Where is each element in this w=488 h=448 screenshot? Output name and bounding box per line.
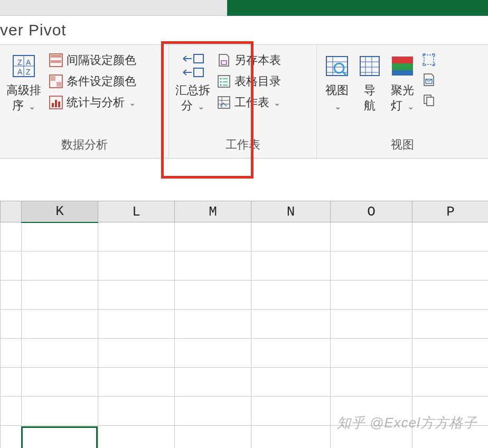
toc-label: 表格目录 — [234, 73, 281, 89]
interval-color-button[interactable]: 间隔设定颜色 — [49, 52, 136, 68]
view-button[interactable]: 视图⌄ — [321, 50, 353, 113]
interval-color-label: 间隔设定颜色 — [67, 52, 136, 68]
spotlight-label: 聚光 灯 ⌄ — [391, 83, 414, 113]
tab-power-pivot[interactable]: ver Pivot — [0, 21, 67, 39]
spotlight-button[interactable]: 聚光 灯 ⌄ — [387, 50, 418, 113]
mail-icon — [421, 72, 436, 87]
sort-icon: Z A A Z — [10, 50, 37, 82]
svg-rect-9 — [51, 60, 61, 63]
svg-text:Z: Z — [17, 58, 22, 67]
svg-text:Z: Z — [26, 68, 31, 76]
chevron-down-icon: ⌄ — [274, 98, 280, 108]
chevron-down-icon: ⌄ — [407, 102, 414, 111]
group-data-analysis: Z A A Z 高级排 序 ⌄ 间隔设定颜色 — [0, 45, 169, 158]
extra-button-2[interactable] — [421, 72, 436, 87]
svg-text:A: A — [26, 58, 31, 67]
svg-rect-16 — [58, 101, 60, 107]
ribbon-tabs: ver Pivot — [0, 16, 488, 45]
col-header-P[interactable]: P — [412, 201, 489, 222]
summary-split-label: 汇总拆 分 ⌄ — [175, 83, 210, 113]
svg-rect-8 — [51, 55, 61, 58]
svg-rect-38 — [360, 57, 379, 76]
save-as-sheet-button[interactable]: 另存本表 — [217, 52, 281, 68]
view-icon — [323, 50, 351, 82]
view-label: 视图⌄ — [325, 83, 349, 113]
col-header-O[interactable]: O — [331, 201, 412, 222]
toc-icon — [217, 74, 231, 89]
nav-icon — [357, 50, 382, 82]
grid-body[interactable] — [1, 222, 489, 449]
worksheet-button[interactable]: 工作表 ⌄ — [217, 95, 281, 110]
group-worksheet: 汇总拆 分 ⌄ 另存本表 表格目录 — [169, 45, 317, 158]
svg-text:A: A — [17, 68, 23, 76]
col-header-K[interactable]: K — [22, 201, 98, 222]
svg-rect-47 — [424, 55, 434, 64]
save-icon — [217, 53, 231, 68]
chevron-down-icon: ⌄ — [129, 98, 136, 108]
group-worksheet-label: 工作表 — [169, 137, 316, 158]
stats-icon — [49, 95, 63, 110]
nav-button[interactable]: 导 航 — [355, 50, 384, 113]
condition-color-icon — [49, 74, 63, 89]
extra-button-1[interactable] — [421, 52, 436, 67]
col-header-N[interactable]: N — [251, 201, 331, 222]
chevron-down-icon: ⌄ — [198, 102, 204, 111]
svg-rect-27 — [218, 97, 230, 108]
worksheet-label: 工作表 — [234, 95, 269, 110]
svg-rect-11 — [51, 76, 55, 81]
group-view: 视图⌄ 导 航 — [317, 45, 488, 158]
nav-label: 导 航 — [364, 83, 376, 113]
titlebar-right — [227, 0, 488, 16]
svg-rect-19 — [221, 61, 227, 64]
expand-icon — [421, 52, 436, 67]
condition-color-button[interactable]: 条件设定颜色 — [49, 73, 136, 89]
extra-button-3[interactable] — [421, 92, 436, 107]
group-data-analysis-label: 数据分析 — [0, 137, 168, 158]
col-header-M[interactable]: M — [175, 201, 251, 222]
svg-rect-12 — [57, 82, 61, 87]
svg-rect-45 — [392, 63, 413, 70]
toc-button[interactable]: 表格目录 — [217, 73, 281, 89]
svg-rect-18 — [194, 68, 203, 77]
stats-analysis-label: 统计与分析 — [67, 95, 125, 110]
select-all-corner[interactable] — [1, 201, 22, 222]
advanced-sort-button[interactable]: Z A A Z 高级排 序 ⌄ — [4, 50, 43, 113]
stats-analysis-button[interactable]: 统计与分析 ⌄ — [49, 95, 136, 110]
svg-point-21 — [220, 78, 222, 80]
chevron-down-icon: ⌄ — [29, 102, 35, 111]
summary-split-button[interactable]: 汇总拆 分 ⌄ — [173, 50, 212, 113]
titlebar-left — [0, 0, 227, 16]
svg-rect-17 — [194, 54, 203, 63]
svg-rect-46 — [392, 70, 413, 76]
condition-color-label: 条件设定颜色 — [67, 73, 136, 89]
formula-bar-area — [0, 158, 488, 201]
save-as-sheet-label: 另存本表 — [234, 52, 281, 68]
ribbon: Z A A Z 高级排 序 ⌄ 间隔设定颜色 — [0, 45, 488, 158]
svg-rect-15 — [55, 100, 57, 107]
chevron-down-icon: ⌄ — [334, 102, 341, 111]
svg-rect-14 — [52, 103, 54, 107]
advanced-sort-label: 高级排 序 ⌄ — [6, 83, 41, 113]
column-headers-row: K L M N O P — [1, 201, 489, 222]
group-view-label: 视图 — [317, 137, 488, 158]
svg-point-23 — [220, 81, 222, 83]
copy-icon — [421, 92, 436, 107]
col-header-L[interactable]: L — [98, 201, 175, 222]
worksheet-icon — [217, 95, 231, 110]
spotlight-icon — [389, 50, 416, 82]
spreadsheet-grid[interactable]: K L M N O P — [0, 201, 488, 448]
svg-rect-50 — [427, 97, 434, 106]
interval-color-icon — [49, 53, 63, 68]
svg-point-36 — [334, 63, 344, 73]
titlebar — [0, 0, 488, 16]
split-icon — [179, 50, 207, 82]
svg-point-25 — [220, 85, 222, 86]
svg-rect-44 — [392, 57, 413, 63]
